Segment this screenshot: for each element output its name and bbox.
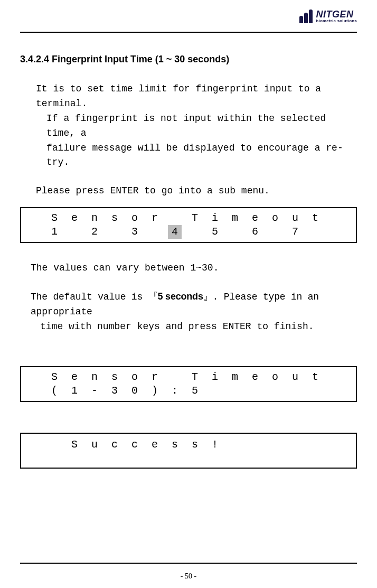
lcd-cell: 2 xyxy=(84,225,105,239)
lcd-cell xyxy=(285,384,305,398)
lcd-cell: e xyxy=(64,211,84,225)
lcd-cell xyxy=(24,211,44,225)
lcd-cell xyxy=(245,438,265,452)
lcd-cell: ( xyxy=(44,384,64,398)
lcd-cell: u xyxy=(285,370,305,384)
lcd-cell: t xyxy=(305,370,325,384)
lcd-cell: - xyxy=(84,384,105,398)
lcd-cell: m xyxy=(225,211,245,225)
lcd-cell xyxy=(165,370,185,384)
lcd-cell: n xyxy=(84,211,105,225)
paragraph-1-line-1: It is to set time limit for fingerprint … xyxy=(36,82,357,111)
lcd-cell: e xyxy=(245,370,265,384)
lcd-cell xyxy=(265,438,285,452)
paragraph-2: Please press ENTER to go into a sub menu… xyxy=(36,184,357,199)
lcd-cell: 3 xyxy=(105,384,125,398)
lcd-cell: : xyxy=(165,384,185,398)
lcd-cell: i xyxy=(205,211,225,225)
lcd-cell: S xyxy=(44,211,64,225)
lcd-cell xyxy=(64,225,84,239)
lcd-cell: o xyxy=(125,370,145,384)
lcd-cell xyxy=(44,438,64,452)
lcd-cell: u xyxy=(84,438,105,452)
lcd-cell: 3 xyxy=(125,225,145,239)
lcd-cell: S xyxy=(44,370,64,384)
lcd-cell xyxy=(165,211,185,225)
lcd-cell xyxy=(265,225,285,239)
lcd-cell: 1 xyxy=(44,225,64,239)
lcd-cell: r xyxy=(145,370,165,384)
lcd-cell: t xyxy=(305,211,325,225)
lcd2-row1: Sensor Timeout xyxy=(21,370,356,384)
lcd-cell xyxy=(265,384,285,398)
lcd-cell: c xyxy=(125,438,145,452)
lcd-cell: r xyxy=(145,211,165,225)
page-number: - 50 - xyxy=(0,572,377,581)
lcd-cell: e xyxy=(64,370,84,384)
lcd1-row1: Sensor Timeout xyxy=(21,211,356,225)
lcd-cell: o xyxy=(125,211,145,225)
lcd-cell: e xyxy=(245,211,265,225)
lcd-cell: i xyxy=(205,370,225,384)
quote-close-icon: 』 xyxy=(203,292,213,302)
lcd-cell: m xyxy=(225,370,245,384)
lcd-cell: s xyxy=(165,438,185,452)
lcd-cell: 5 xyxy=(185,384,205,398)
lcd-cell xyxy=(24,384,44,398)
lcd-cell: 5 xyxy=(205,225,225,239)
lcd-display-1: Sensor Timeout 1 2 3 4 5 6 7 xyxy=(20,207,357,243)
footer-rule xyxy=(20,563,357,564)
lcd-cell: s xyxy=(105,211,125,225)
lcd-cell xyxy=(245,384,265,398)
lcd-cell: S xyxy=(64,438,84,452)
lcd1-row2: 1 2 3 4 5 6 7 xyxy=(21,225,356,239)
lcd-cell: T xyxy=(185,370,205,384)
lcd-cell xyxy=(305,438,325,452)
lcd-cell: c xyxy=(105,438,125,452)
lcd-cell xyxy=(185,225,205,239)
lcd-cell: 4 xyxy=(165,225,185,239)
lcd-cell xyxy=(24,370,44,384)
paragraph-4-line-1: The default value is 『5 seconds』. Please… xyxy=(31,290,357,320)
lcd-cell: 6 xyxy=(245,225,265,239)
lcd-cell: 0 xyxy=(125,384,145,398)
lcd-cell: o xyxy=(265,370,285,384)
lcd-display-2: Sensor Timeout (1-30):5 xyxy=(20,366,357,402)
lcd-cell xyxy=(285,438,305,452)
lcd-cell xyxy=(24,225,44,239)
lcd-selected-value: 4 xyxy=(168,225,182,239)
section-title: 3.4.2.4 Fingerprint Input Time (1 ~ 30 s… xyxy=(20,54,357,65)
para4-bold: 5 seconds xyxy=(157,291,203,302)
lcd-cell: u xyxy=(285,211,305,225)
lcd-cell: T xyxy=(185,211,205,225)
lcd-cell xyxy=(24,438,44,452)
quote-open-icon: 『 xyxy=(148,292,158,302)
paragraph-3: The values can vary between 1~30. xyxy=(31,261,357,276)
lcd-cell: 7 xyxy=(285,225,305,239)
lcd2-row2: (1-30):5 xyxy=(21,384,356,398)
lcd-cell xyxy=(225,384,245,398)
lcd-cell xyxy=(145,225,165,239)
lcd-cell xyxy=(105,225,125,239)
lcd-cell: ) xyxy=(145,384,165,398)
lcd-cell: e xyxy=(145,438,165,452)
lcd-cell xyxy=(305,225,325,239)
lcd-cell: o xyxy=(265,211,285,225)
lcd-cell xyxy=(305,384,325,398)
paragraph-1-line-2: If a fingerprint is not input within the… xyxy=(46,111,357,141)
lcd-cell: s xyxy=(185,438,205,452)
nitgen-bars-icon xyxy=(299,10,313,23)
lcd-cell: n xyxy=(84,370,105,384)
lcd-cell xyxy=(205,384,225,398)
logo-main-text: NITGEN xyxy=(316,10,357,19)
paragraph-1-line-3: failure message will be displayed to enc… xyxy=(46,141,357,171)
lcd-display-3: Success! xyxy=(20,433,357,469)
lcd3-row1: Success! xyxy=(21,438,356,452)
brand-logo: NITGEN biometric solutions xyxy=(299,10,357,23)
paragraph-4-line-2: time with number keys and press ENTER to… xyxy=(40,320,357,334)
lcd-cell: ! xyxy=(205,438,225,452)
lcd-cell xyxy=(225,438,245,452)
logo-sub-text: biometric solutions xyxy=(316,19,357,23)
para4-pre: The default value is xyxy=(31,292,148,302)
lcd-cell: s xyxy=(105,370,125,384)
